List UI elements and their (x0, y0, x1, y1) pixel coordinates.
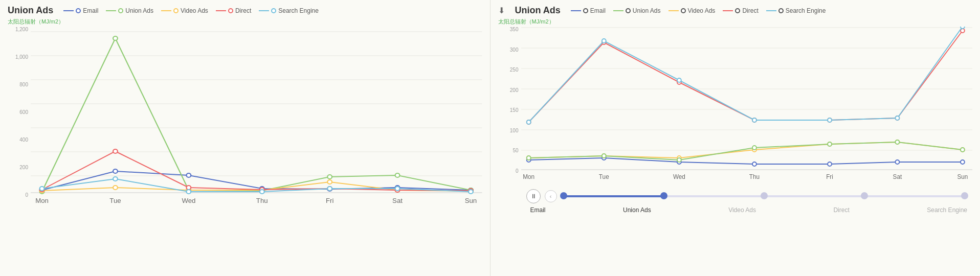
timeline-fill (564, 195, 664, 197)
right-y-150: 150 (510, 107, 519, 113)
right-xlabel-sat: Sat (893, 173, 902, 180)
right-video-legend-label: Video Ads (688, 7, 716, 14)
left-search-dot-6 (469, 190, 473, 194)
right-legend-email: Email (571, 7, 606, 14)
left-union-line (42, 38, 471, 192)
left-chart-panel: Union Ads Email Union Ads Video Ads Dire… (0, 0, 490, 276)
left-legend: Email Union Ads Video Ads Direct Search (63, 7, 319, 14)
right-email-dot-5 (895, 160, 899, 164)
right-search-legend-dot (778, 8, 784, 13)
left-xlabel-thu: Thu (256, 198, 268, 204)
left-union-dot-1 (113, 36, 118, 40)
left-xlabel-fri: Fri (326, 198, 333, 204)
right-email-dot-6 (960, 160, 964, 164)
left-chart-title: Union Ads (8, 5, 53, 16)
timeline-dot-video[interactable] (761, 192, 768, 199)
direct-legend-dot (228, 8, 233, 13)
right-xlabel-wed: Wed (673, 173, 685, 180)
right-union-dot-4 (828, 142, 832, 146)
left-email-line (42, 171, 471, 190)
left-xlabel-mon: Mon (35, 198, 49, 204)
right-union-dot-0 (526, 156, 530, 160)
timeline-dot-union[interactable] (660, 192, 667, 199)
left-xlabel-wed: Wed (182, 198, 195, 204)
email-legend-label: Email (83, 7, 98, 14)
left-y-1200: 1,200 (15, 27, 28, 32)
right-y-axis: 350 300 250 200 150 100 50 0 (498, 27, 521, 185)
left-y-600: 600 (19, 109, 28, 115)
right-search-legend-line (766, 10, 776, 11)
right-search-dot-0 (526, 120, 530, 124)
right-direct-legend-dot (735, 8, 740, 13)
left-y-axis: 1,200 1,000 800 600 400 200 0 (8, 27, 31, 211)
right-xlabel-mon: Mon (523, 173, 534, 180)
timeline-dot-search[interactable] (961, 192, 968, 199)
right-chart-body: 350 300 250 200 150 100 50 0 (498, 27, 973, 185)
right-direct-legend-line (723, 10, 733, 11)
right-union-legend-label: Union Ads (633, 7, 661, 14)
video-legend-dot (173, 8, 179, 13)
right-video-legend-dot (681, 8, 686, 13)
right-search-dot-1 (602, 39, 606, 43)
left-y-200: 200 (19, 165, 28, 170)
left-search-dot-0 (40, 187, 44, 191)
direct-legend-line (216, 10, 226, 11)
left-search-dot-3 (260, 190, 264, 194)
download-icon[interactable]: ⬇ (498, 6, 505, 15)
timeline-label-video: Video Ads (728, 206, 756, 214)
timeline-label-direct: Direct (833, 206, 849, 214)
timeline-label-email: Email (530, 206, 546, 214)
left-direct-line (42, 151, 471, 191)
left-search-dot-5 (395, 187, 400, 191)
left-legend-email: Email (63, 7, 98, 14)
timeline-track[interactable] (564, 195, 965, 197)
email-legend-dot (76, 8, 81, 13)
left-y-1000: 1,000 (15, 54, 28, 60)
right-legend: Email Union Ads Video Ads Direct Search (571, 7, 826, 14)
right-union-legend-dot (626, 8, 631, 13)
right-chart-svg: Mon Tue Wed Thu Fri Sat Sun (521, 27, 973, 185)
right-y-350: 350 (510, 27, 519, 32)
timeline-label-search: Search Engine (927, 206, 967, 214)
right-y-250: 250 (510, 67, 519, 73)
right-search-dot-3 (752, 118, 756, 122)
email-legend-line (63, 10, 74, 11)
left-search-dot-2 (186, 190, 191, 194)
right-xlabel-fri: Fri (826, 173, 833, 180)
union-legend-line (106, 10, 116, 11)
right-search-dot-4 (828, 118, 832, 122)
pause-button[interactable]: ⏸ (526, 189, 541, 203)
left-email-dot-2 (186, 173, 191, 177)
right-xlabel-thu: Thu (749, 173, 759, 180)
left-search-dot-4 (327, 187, 332, 191)
right-y-50: 50 (513, 148, 518, 153)
right-axis-label: 太阳总辐射（MJ/m2） (498, 18, 973, 26)
right-union-dot-3 (752, 146, 756, 150)
right-union-legend-line (613, 10, 623, 11)
video-legend-label: Video Ads (181, 7, 208, 14)
union-legend-label: Union Ads (125, 7, 153, 14)
right-search-dot-6 (960, 27, 964, 29)
right-email-legend-dot (583, 8, 588, 13)
right-xlabel-sun: Sun (957, 173, 968, 180)
left-email-dot-1 (113, 169, 118, 173)
prev-button[interactable]: ‹ (545, 190, 557, 202)
left-chart-body: 1,200 1,000 800 600 400 200 0 (8, 27, 482, 211)
timeline-dot-email[interactable] (560, 192, 567, 199)
search-legend-line (259, 10, 269, 11)
right-search-line (528, 27, 962, 122)
left-search-dot-1 (113, 177, 118, 181)
left-xlabel-sat: Sat (392, 198, 403, 204)
timeline-controls: ⏸ ‹ (498, 185, 973, 205)
right-email-dot-4 (828, 162, 832, 166)
right-xlabel-tue: Tue (598, 173, 609, 180)
right-y-300: 300 (510, 47, 519, 53)
right-direct-line (528, 31, 962, 122)
left-legend-search: Search Engine (259, 7, 319, 14)
left-video-dot-4 (327, 180, 332, 184)
right-union-dot-2 (677, 158, 681, 162)
left-direct-dot-2 (186, 186, 191, 190)
timeline-dot-direct[interactable] (861, 192, 868, 199)
right-legend-union: Union Ads (613, 7, 661, 14)
left-legend-video: Video Ads (161, 7, 208, 14)
